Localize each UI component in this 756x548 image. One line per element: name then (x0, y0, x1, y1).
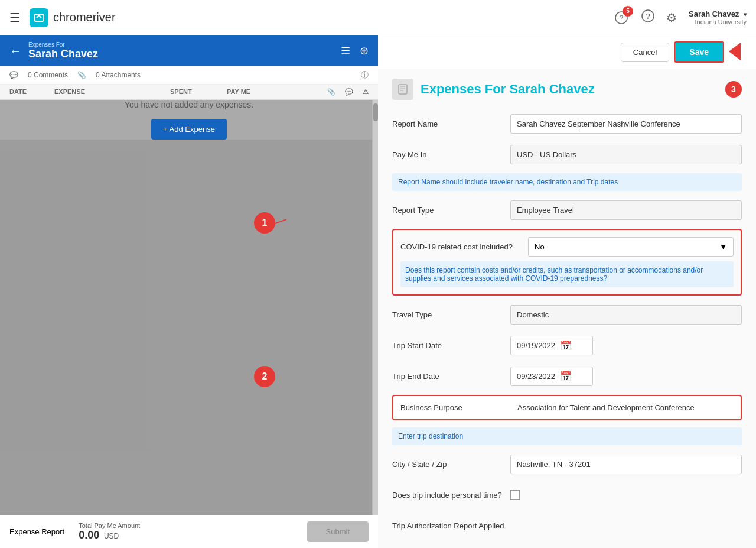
business-purpose-input[interactable] (511, 397, 741, 418)
nav-left: ☰ chromeriver (9, 8, 116, 27)
notification-badge[interactable]: ? 5 (613, 9, 630, 26)
attachments-label: 0 Attachments (96, 71, 141, 79)
left-header: ← Expenses For Sarah Chavez ☰ ⊕ (0, 35, 378, 66)
report-name-input[interactable] (510, 114, 742, 134)
city-state-input[interactable] (510, 455, 742, 474)
left-footer: Expense Report Total Pay Me Amount 0.00 … (0, 515, 378, 548)
header-sub: Expenses For (28, 41, 98, 48)
trip-auth-row: Trip Authorization Report Applied (392, 514, 742, 537)
travel-type-label: Travel Type (392, 310, 510, 319)
paperclip-icon: 📎 (327, 88, 335, 96)
right-panel: Cancel Save Expenses For Sarah Chavez 3 … (378, 35, 756, 548)
covid-chevron-icon: ▼ (719, 242, 727, 251)
report-type-row: Report Type Employee Travel (392, 198, 742, 222)
top-navigation: ☰ chromeriver ? 5 ? ⚙ Sarah Chavez ▾ Ind… (0, 0, 756, 35)
enter-trip-hint: Enter trip destination (392, 427, 742, 445)
footer-amounts: Total Pay Me Amount 0.00 USD (79, 522, 307, 541)
empty-message: You have not added any expenses. (125, 100, 253, 109)
user-info[interactable]: Sarah Chavez ▾ Indiana University (689, 9, 747, 25)
header-title: Expenses For Sarah Chavez (28, 41, 98, 60)
submit-button[interactable]: Submit (307, 521, 369, 542)
right-toolbar: Cancel Save (378, 35, 756, 69)
covid-label: COVID-19 related cost included? (400, 242, 519, 251)
business-purpose-label: Business Purpose (393, 396, 511, 419)
travel-type-row: Travel Type Domestic (392, 303, 742, 326)
pay-me-row: Pay Me In USD - US Dollars (392, 142, 742, 166)
back-icon[interactable]: ← (9, 44, 21, 58)
filter-icon[interactable]: ☰ (341, 44, 350, 57)
covid-hint: Does this report contain costs and/or cr… (400, 261, 734, 287)
personal-time-checkbox[interactable] (510, 490, 520, 500)
logo: chromeriver (30, 8, 116, 27)
col-expense-header: EXPENSE (54, 88, 161, 96)
add-icon[interactable]: ⊕ (360, 44, 369, 57)
gear-icon[interactable]: ⚙ (666, 11, 677, 25)
trip-start-date[interactable]: 09/19/2022 📅 (510, 336, 593, 355)
trip-end-label: Trip End Date (392, 372, 510, 381)
col-date-header: DATE (9, 88, 45, 96)
notification-count: 5 (623, 6, 633, 17)
header-main: Sarah Chavez (28, 48, 98, 60)
covid-select[interactable]: No ▼ (528, 237, 734, 257)
report-type-field: Employee Travel (510, 200, 742, 220)
trip-start-value: 09/19/2022 (517, 341, 555, 350)
personal-time-row: Does trip include personal time? (392, 483, 742, 507)
help-icon[interactable]: ? (641, 9, 654, 25)
step-badge: 3 (725, 81, 742, 98)
pay-me-value: USD - US Dollars (510, 145, 742, 164)
svg-marker-5 (729, 43, 741, 60)
user-name: Sarah Chavez ▾ (689, 9, 747, 18)
trip-start-field: 09/19/2022 📅 (510, 336, 742, 355)
col-spent-header: SPENT (170, 88, 217, 96)
pay-me-label: Pay Me In (392, 150, 510, 159)
amount-value: 0.00 (79, 529, 99, 541)
svg-rect-6 (399, 85, 407, 94)
travel-type-value: Domestic (510, 305, 742, 325)
trip-end-field: 09/23/2022 📅 (510, 367, 742, 386)
form-title: Expenses For Sarah Chavez (421, 82, 595, 97)
alert-col-icon: ⚠ (363, 88, 369, 96)
city-state-row: City / State / Zip (392, 452, 742, 476)
sub-header-left: 💬 0 Comments 📎 0 Attachments (9, 71, 141, 79)
city-state-field (510, 455, 742, 474)
travel-type-field: Domestic (510, 305, 742, 325)
covid-value: No (535, 242, 545, 251)
report-name-hint: Report Name should include traveler name… (392, 173, 742, 191)
covid-box: COVID-19 related cost included? No ▼ Doe… (392, 229, 742, 296)
trip-auth-label: Trip Authorization Report Applied (392, 521, 510, 530)
personal-time-label: Does trip include personal time? (392, 491, 510, 500)
calendar-end-icon[interactable]: 📅 (560, 371, 572, 382)
form-icon (392, 79, 413, 100)
nav-right: ? 5 ? ⚙ Sarah Chavez ▾ Indiana Universit… (613, 9, 747, 26)
left-sub-header: 💬 0 Comments 📎 0 Attachments ⓘ (0, 66, 378, 85)
callout-bubble-1: 1 (254, 212, 275, 234)
amount-display: 0.00 USD (79, 529, 307, 541)
add-expense-button[interactable]: + Add Expense (151, 119, 227, 140)
trip-end-date[interactable]: 09/23/2022 📅 (510, 367, 593, 386)
comments-icon: 💬 (9, 71, 18, 79)
comment-col-icon: 💬 (345, 88, 353, 96)
expense-report-label: Expense Report (9, 527, 64, 536)
save-button[interactable]: Save (674, 41, 724, 63)
left-panel: ← Expenses For Sarah Chavez ☰ ⊕ 💬 0 Comm… (0, 35, 378, 548)
info-icon[interactable]: ⓘ (361, 70, 369, 80)
trip-end-row: Trip End Date 09/23/2022 📅 (392, 364, 742, 388)
attachments-icon: 📎 (77, 71, 86, 79)
logo-text: chromeriver (53, 11, 116, 24)
business-purpose-box: Business Purpose (392, 395, 742, 420)
hamburger-menu[interactable]: ☰ (9, 11, 20, 25)
total-label: Total Pay Me Amount (79, 522, 307, 529)
report-type-label: Report Type (392, 206, 510, 215)
business-purpose-container: Business Purpose (392, 395, 742, 420)
svg-text:?: ? (620, 14, 623, 21)
currency-label: USD (104, 532, 119, 540)
calendar-start-icon[interactable]: 📅 (560, 340, 572, 351)
report-name-field (510, 114, 742, 134)
form-title-row: Expenses For Sarah Chavez 3 (392, 79, 742, 100)
covid-row: COVID-19 related cost included? No ▼ (400, 237, 734, 257)
cancel-button[interactable]: Cancel (621, 43, 669, 62)
report-name-label: Report Name (392, 119, 510, 128)
report-type-value: Employee Travel (510, 200, 742, 220)
trip-start-label: Trip Start Date (392, 341, 510, 350)
report-name-row: Report Name (392, 112, 742, 135)
